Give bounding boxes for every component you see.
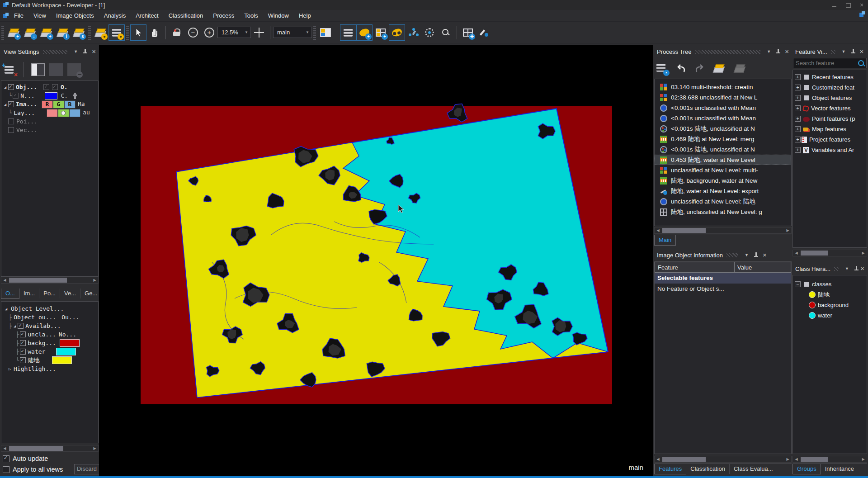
scroll-left-icon[interactable]: ◀ — [1, 277, 8, 283]
pin-icon[interactable] — [83, 49, 87, 54]
tree-row-point[interactable]: Poi... — [2, 117, 98, 126]
expanded-icon[interactable]: ◢ — [3, 307, 9, 311]
horizontal-scrollbar[interactable]: ◀ ▶ — [793, 250, 867, 256]
edit-project-button[interactable]: i — [54, 24, 71, 41]
horizontal-scrollbar[interactable]: ◀ ▶ — [1, 445, 99, 452]
class-item-background[interactable]: background — [793, 300, 867, 310]
zoom-level-select[interactable]: 12.5% ▼ — [217, 27, 251, 38]
horizontal-scrollbar[interactable]: ◀ ▶ — [793, 456, 867, 463]
slider-pin-icon[interactable] — [74, 93, 76, 99]
tree-row-land[interactable]: └ 陆地 — [3, 356, 98, 364]
save-process-tree-button[interactable]: ▪ — [656, 62, 668, 74]
scroll-thumb[interactable] — [801, 457, 828, 462]
tree-row-object[interactable]: ◢ Obj... O. — [2, 83, 98, 91]
class-item-water[interactable]: water — [793, 310, 867, 321]
discard-button[interactable]: Discard — [74, 464, 99, 474]
save-project-button[interactable]: s — [71, 24, 87, 41]
scroll-right-icon[interactable]: ▶ — [860, 250, 867, 256]
close-icon[interactable]: × — [860, 265, 864, 272]
menu-file[interactable]: File — [9, 10, 28, 22]
tree-row-highlight[interactable]: ▷ Hightligh... — [3, 364, 98, 373]
band-cell-red[interactable]: R — [42, 100, 53, 109]
process-row[interactable]: 02:38.688 unclassified at New L — [655, 92, 791, 103]
tree-row-available[interactable]: ├ ◢ Availab... — [3, 322, 98, 330]
checkbox[interactable] — [20, 349, 26, 355]
collapse-minus-icon[interactable]: − — [795, 281, 801, 287]
chevron-down-icon[interactable]: ▼ — [767, 49, 771, 54]
expanded-icon[interactable]: ◢ — [12, 324, 18, 328]
menu-view[interactable]: View — [28, 10, 51, 22]
minimize-icon[interactable] — [832, 2, 837, 8]
zoom-in-button[interactable]: + — [201, 24, 217, 41]
checkbox[interactable] — [13, 93, 19, 99]
menu-help[interactable]: Help — [294, 10, 316, 22]
process-row-selected[interactable]: 0.453 陆地, water at New Level — [655, 155, 791, 165]
process-row[interactable]: <0.001s 陆地, unclassified at N — [655, 144, 791, 155]
edit-view-settings-button[interactable]: + × — [3, 63, 16, 76]
pan-hand-button[interactable] — [146, 24, 163, 41]
feature-item[interactable]: +Recent features — [793, 72, 867, 82]
checkbox[interactable] — [18, 323, 24, 329]
scroll-thumb[interactable] — [9, 278, 67, 283]
pixel-view-button[interactable] — [389, 24, 405, 41]
class-color-swatch[interactable] — [56, 348, 76, 355]
chevron-down-icon[interactable]: ▼ — [845, 266, 849, 271]
close-icon[interactable]: × — [859, 2, 864, 8]
close-icon[interactable]: × — [785, 48, 789, 55]
layout-4-button[interactable]: − — [67, 63, 81, 76]
toolbar-drag-handle[interactable] — [126, 25, 129, 40]
toolbar-drag-handle[interactable] — [313, 25, 316, 40]
menu-process[interactable]: Process — [208, 10, 239, 22]
checkbox[interactable] — [20, 340, 26, 346]
close-icon[interactable]: × — [763, 252, 767, 258]
auto-update-checkbox[interactable] — [3, 455, 9, 462]
expand-plus-icon[interactable]: + — [795, 126, 801, 132]
select-cursor-button[interactable] — [130, 24, 146, 41]
new-workspace-button[interactable]: + — [5, 24, 22, 41]
tree-row-number[interactable]: └ N... C. — [2, 91, 98, 100]
chevron-down-icon[interactable]: ▼ — [242, 30, 250, 34]
search-input[interactable] — [793, 60, 858, 66]
column-feature[interactable]: Feature — [655, 262, 735, 272]
process-row[interactable]: 03.140 multi-threshold: creatin — [655, 82, 791, 92]
pin-icon[interactable] — [754, 252, 758, 258]
color-swatch-blue[interactable] — [45, 92, 57, 99]
pin-icon[interactable] — [854, 266, 856, 271]
tab-object[interactable]: O... — [1, 289, 19, 299]
child-window-icon[interactable] — [859, 11, 865, 18]
scroll-thumb[interactable] — [662, 457, 706, 462]
checkbox[interactable] — [43, 84, 49, 90]
tree-row-layer[interactable]: └ Lay... au — [2, 109, 98, 117]
chevron-down-icon[interactable]: ▼ — [842, 49, 846, 54]
class-color-swatch[interactable] — [52, 356, 72, 364]
checkbox[interactable] — [52, 84, 58, 90]
expanded-icon[interactable]: ◢ — [2, 85, 8, 90]
horizontal-scrollbar[interactable]: ◀ ▶ — [654, 227, 792, 234]
process-row[interactable]: unclassified at New Level: multi- — [655, 165, 791, 175]
panel-drag-hatch[interactable] — [43, 50, 68, 54]
tab-class-evaluation[interactable]: Class Evalua... — [730, 464, 777, 474]
tab-vector[interactable]: Ve... — [60, 289, 80, 298]
panel-drag-hatch[interactable] — [695, 50, 761, 54]
menu-analysis[interactable]: Analysis — [99, 10, 131, 22]
layout-split-button[interactable] — [31, 63, 45, 76]
expand-plus-icon[interactable]: + — [795, 105, 801, 111]
zoom-area-button[interactable] — [438, 24, 454, 41]
scroll-right-icon[interactable]: ▶ — [91, 277, 98, 283]
redo-icon[interactable] — [694, 63, 706, 74]
expand-plus-icon[interactable]: + — [795, 95, 801, 101]
menu-classification[interactable]: Classification — [164, 10, 208, 22]
checkbox[interactable] — [8, 127, 14, 133]
view-list-button[interactable]: ● — [108, 24, 125, 41]
feature-window-button[interactable]: + — [373, 24, 389, 41]
checkbox[interactable] — [20, 331, 26, 337]
pin-icon[interactable] — [851, 49, 855, 54]
feature-item[interactable]: +Customized feat — [793, 82, 867, 93]
scroll-thumb[interactable] — [662, 228, 706, 233]
feature-item[interactable]: +Map features — [793, 124, 867, 134]
horizontal-scrollbar[interactable]: ◀ ▶ — [654, 456, 792, 463]
class-item-land[interactable]: 陆地 — [793, 289, 867, 300]
image-viewport[interactable]: main — [99, 45, 653, 476]
checkbox[interactable] — [8, 101, 14, 107]
feature-item[interactable]: +Object features — [793, 93, 867, 103]
